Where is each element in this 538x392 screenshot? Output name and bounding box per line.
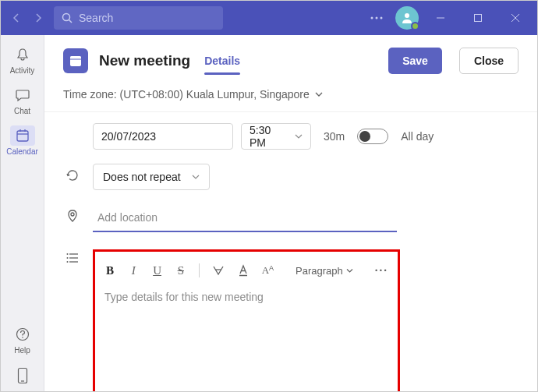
minimize-icon [436,13,445,23]
rail-label: Help [14,346,30,355]
search-icon [62,12,73,23]
font-color-icon [237,264,250,277]
calendar-filled-icon [69,54,83,68]
location-row [63,204,519,232]
date-value: 20/07/2023 [101,130,156,143]
back-button[interactable] [7,9,26,27]
rich-text-editor: B I U S AA [93,249,400,391]
chevron-down-icon [346,267,353,274]
font-size-button[interactable]: AA [262,264,274,277]
close-window-button[interactable] [500,1,531,35]
more-options-button[interactable] [364,5,389,30]
editor-toolbar: B I U S AA [103,256,390,284]
tab-details[interactable]: Details [204,50,240,72]
time-input[interactable]: 5:30 PM [241,123,311,150]
maximize-icon [473,13,483,23]
more-format-button[interactable]: ··· [375,264,388,277]
presence-badge [411,22,419,30]
calendar-icon [15,128,30,143]
chat-icon [15,87,30,103]
repeat-selector[interactable]: Does not repeat [93,164,210,190]
chevron-left-icon [12,13,21,23]
rail-item-apps[interactable] [1,360,44,391]
datetime-row: 20/07/2023 5:30 PM 30m All day [63,123,519,150]
paragraph-label: Paragraph [296,265,343,277]
font-color-button[interactable] [237,264,250,277]
avatar[interactable] [395,6,419,30]
description-row: B I U S AA [63,246,519,391]
highlight-icon [212,264,225,277]
svg-point-25 [67,253,69,255]
rail-item-help[interactable]: Help [1,320,44,358]
close-button[interactable]: Close [459,48,519,74]
device-icon [17,367,28,384]
svg-point-4 [380,17,383,19]
svg-point-26 [67,257,69,259]
editor-textarea[interactable]: Type details for this new meeting [103,284,390,309]
paragraph-selector[interactable]: Paragraph [296,265,353,277]
svg-rect-19 [70,56,81,59]
svg-point-15 [22,337,23,338]
repeat-icon [65,168,80,182]
svg-rect-7 [475,15,482,22]
bell-icon [15,47,30,62]
tabs: Details [204,50,240,72]
repeat-value: Does not repeat [103,171,181,183]
rail-item-chat[interactable]: Chat [1,80,44,119]
titlebar [1,1,537,35]
italic-button[interactable]: I [128,264,139,277]
maximize-button[interactable] [462,1,494,35]
help-icon [15,327,30,342]
rail-item-activity[interactable]: Activity [1,40,44,79]
meeting-icon [63,48,88,73]
svg-point-5 [405,13,409,18]
highlight-button[interactable] [212,264,225,277]
search-bar[interactable] [54,6,223,30]
nav-arrows [7,9,48,27]
timezone-label: Time zone: (UTC+08:00) Kuala Lumpur, Sin… [63,88,310,101]
chevron-down-icon [295,132,303,140]
ellipsis-icon [370,16,383,19]
svg-point-2 [371,17,373,19]
rail-label: Calendar [6,147,38,156]
search-input[interactable] [79,12,215,24]
rail-label: Activity [10,66,35,75]
page-title: New meeting [99,52,190,69]
time-value: 5:30 PM [250,124,290,149]
close-icon [511,13,520,23]
rail-item-calendar[interactable]: Calendar [1,121,44,160]
toolbar-separator [199,263,200,277]
strikethrough-button[interactable]: S [175,264,186,277]
description-icon [65,251,80,265]
bold-button[interactable]: B [104,264,115,277]
svg-line-1 [69,20,73,23]
content: New meeting Details Save Close Time zone… [44,35,537,391]
location-icon [65,209,80,223]
svg-point-27 [67,261,69,263]
duration-label: 30m [319,130,349,143]
save-button[interactable]: Save [388,48,442,74]
svg-point-21 [71,213,74,216]
chevron-down-icon [192,173,200,181]
date-input[interactable]: 20/07/2023 [93,123,233,150]
timezone-selector[interactable]: Time zone: (UTC+08:00) Kuala Lumpur, Sin… [44,82,537,112]
person-icon [401,12,413,24]
page-header: New meeting Details Save Close [44,35,537,82]
side-rail: Activity Chat Calendar Help [1,35,44,391]
chevron-right-icon [34,13,43,23]
repeat-row: Does not repeat [63,164,519,190]
underline-button[interactable]: U [151,264,162,277]
svg-point-0 [63,14,70,21]
all-day-toggle[interactable] [357,129,388,144]
svg-rect-10 [17,131,28,141]
rail-label: Chat [14,107,30,115]
all-day-label: All day [401,130,434,143]
minimize-button[interactable] [425,1,456,35]
chevron-down-icon [314,90,324,99]
svg-point-3 [376,17,378,19]
location-input[interactable] [93,204,397,232]
forward-button[interactable] [29,9,48,27]
